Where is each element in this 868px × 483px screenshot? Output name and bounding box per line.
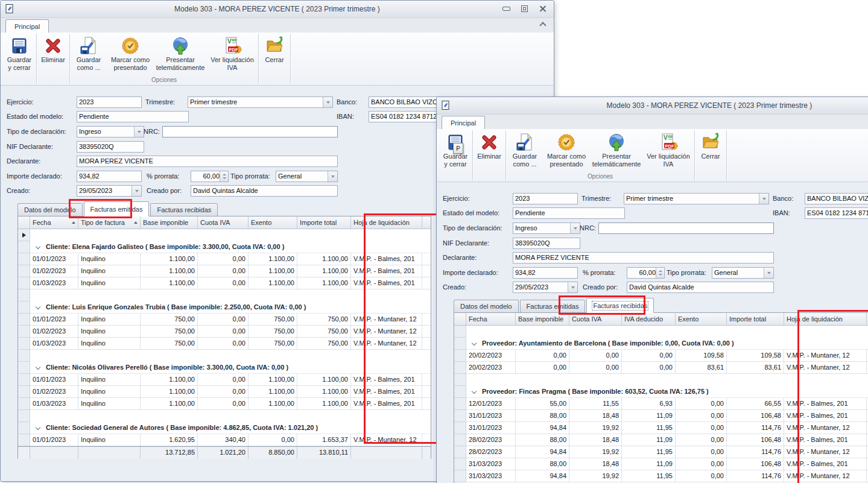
invoice-row[interactable]: 01/02/2023Inquilino1.100,000,001.100,001… [18,386,431,398]
tipo-prorrata-select[interactable]: General [712,267,774,279]
group-row[interactable]: Proveedor: Fincas Pragma ( Base imponibl… [454,386,868,398]
group-row[interactable]: Cliente: Luis Enrique Gonzales Trubia ( … [18,301,431,314]
column-header-hoja-de-liquidaci-n[interactable]: Hoja de liquidación [351,216,422,229]
invoice-row[interactable]: 20/02/20230,000,000,0083,6183,61V.M.P. -… [454,362,868,374]
tab-facturas-emitidas[interactable]: Facturas emitidas [520,300,586,313]
invoice-row[interactable]: 28/02/202394,8419,9211,950,00114,76V.M.P… [454,446,868,458]
mark-presented-button[interactable]: Marcar como presentado [107,33,154,77]
prorrata-spinner[interactable]: 60,00 [191,171,229,182]
group-collapse-icon[interactable] [36,305,41,309]
nif-field[interactable]: 38395020Q [77,141,144,153]
invoice-row[interactable]: 01/03/2023Inquilino1.100,000,001.100,001… [18,398,431,410]
iban-field[interactable]: ES04 0182 1234 8712 [805,207,868,219]
invoice-row[interactable]: 20/02/20230,000,000,00109,58109,58V.M.P.… [454,350,868,362]
column-header-iva-deducido[interactable]: IVA deducido [622,313,676,325]
column-header-exento[interactable]: Exento [676,313,727,325]
tipo-declaracion-select[interactable]: Ingreso [77,126,144,137]
view-iva-button[interactable]: Ver liquidación IVA [207,33,258,77]
invoice-row[interactable]: 31/03/202394,8419,9211,950,00114,76V.M.P… [454,470,868,482]
estado-field[interactable]: Pendiente [513,207,625,219]
declarante-field[interactable]: MORA PEREZ VICENTE [77,156,338,167]
invoice-row[interactable]: 01/01/2023Inquilino750,000,00750,00750,0… [18,314,431,326]
spinner-icon[interactable] [220,171,228,182]
estado-field[interactable]: Pendiente [77,111,189,122]
tipo-declaracion-select[interactable]: Ingreso [513,223,580,234]
ribbon-tab-principal[interactable]: Principal [5,19,49,33]
tab-facturas-emitidas[interactable]: Facturas emitidas [84,201,150,216]
present-online-button[interactable]: Presentar telemáticamente [590,129,643,173]
prorrata-spinner[interactable]: 60,00 [627,267,665,279]
tab-facturas-recibidas[interactable]: Facturas recibidas [150,203,218,216]
declarante-field[interactable]: MORA PEREZ VICENTE [513,252,774,264]
invoice-row[interactable]: 01/03/2023Inquilino750,000,00750,00750,0… [18,338,431,350]
view-iva-button[interactable]: Ver liquidación IVA [643,129,694,173]
delete-button[interactable]: Eliminar [474,129,505,173]
invoice-row[interactable]: 31/01/202394,8419,9211,950,00114,76V.M.P… [454,422,868,434]
invoice-row[interactable]: 01/01/2023Inquilino1.100,000,001.100,001… [18,374,431,386]
creado-datepicker[interactable]: 29/05/2023 [77,185,142,197]
delete-button[interactable]: Eliminar [37,33,69,77]
title-bar[interactable]: Modelo 303 - MORA PEREZ VICENTE ( 2023 P… [437,97,868,115]
tab-facturas-recibidas[interactable]: Facturas recibidas [586,298,654,313]
dropdown-icon[interactable] [134,127,144,137]
column-header-hoja-de-liquidaci-n[interactable]: Hoja de liquidación [784,313,867,325]
restore-button[interactable] [520,4,528,13]
column-header-exento[interactable]: Exento [249,216,297,229]
column-header-fecha[interactable]: Fecha [466,313,516,325]
trimestre-select[interactable]: Primer trimestre [188,96,333,108]
collapse-ribbon-button[interactable] [540,23,545,28]
invoice-row[interactable]: 01/02/2023Inquilino750,000,00750,00750,0… [18,326,431,338]
column-header-cuota-iva[interactable]: Cuota IVA [198,216,249,229]
group-collapse-icon[interactable] [472,341,477,346]
invoice-row[interactable]: 28/02/202388,0018,4811,090,00106,48V.M.P… [454,434,868,446]
invoice-row[interactable]: 31/01/202388,0018,4811,090,00106,48V.M.P… [454,410,868,422]
column-header-importe-total[interactable]: Importe total [727,313,784,325]
column-header-base-imponible[interactable]: Base imponible [141,216,198,229]
column-header-cuota-iva[interactable]: Cuota IVA [569,313,622,325]
nif-field[interactable]: 38395020Q [513,238,580,249]
close-form-button[interactable]: Cerrar [695,129,726,173]
group-row[interactable]: Proveedor: Ayuntamiento de Barcelona ( B… [454,338,868,350]
group-collapse-icon[interactable] [36,425,41,430]
group-collapse-icon[interactable] [36,365,41,370]
group-row[interactable]: Cliente: Nicolás Olivares Perelló ( Base… [18,362,431,374]
column-header-base-imponible[interactable]: Base imponible [516,313,569,325]
invoice-row[interactable]: 01/03/2023Inquilino1.100,000,001.100,001… [18,277,431,289]
minimize-button[interactable] [502,4,510,13]
save-as-button[interactable]: Guardar como ... [507,129,543,173]
dropdown-icon[interactable] [759,194,768,204]
ribbon-tab-principal[interactable]: Principal [442,116,485,129]
dropdown-icon[interactable] [764,268,773,278]
save-as-button[interactable]: Guardar como ... [71,33,107,77]
mark-presented-button[interactable]: Marcar como presentado [543,129,590,173]
invoice-row[interactable]: 31/03/202388,0018,4811,090,00106,48V.M.P… [454,458,868,470]
close-form-button[interactable]: Cerrar [259,33,290,77]
banco-field[interactable]: BANCO BILBAO VIZCAY [805,193,868,204]
present-online-button[interactable]: Presentar telemáticamente [154,33,207,77]
close-button[interactable] [538,4,546,13]
group-row[interactable]: Cliente: Elena Fajardo Galisteo ( Base i… [18,241,431,253]
tab-datos-del-modelo[interactable]: Datos del modelo [454,300,519,313]
importe-field[interactable]: 934,82 [513,267,578,279]
importe-field[interactable]: 934,82 [77,171,142,182]
ejercicio-field[interactable]: 2023 [513,193,578,204]
dropdown-icon[interactable] [131,186,141,196]
invoice-row[interactable]: 01/01/2023Inquilino1.100,000,001.100,001… [18,253,431,265]
trimestre-select[interactable]: Primer trimestre [624,193,769,204]
group-collapse-icon[interactable] [472,389,477,394]
column-header-tipo-de-factura[interactable]: Tipo de factura [78,216,141,229]
invoice-row[interactable]: 01/01/2023Inquilino1.620,95340,400,001.6… [18,434,431,446]
dropdown-icon[interactable] [323,97,332,107]
dropdown-icon[interactable] [568,282,577,292]
invoice-row[interactable]: 12/01/202355,0011,556,930,0066,55V.M.P. … [454,398,868,410]
column-header-importe-total[interactable]: Importe total [297,216,351,229]
creado-por-field[interactable]: David Quintas Alcalde [191,185,338,197]
column-header-fecha[interactable]: Fecha [30,216,78,229]
tipo-prorrata-select[interactable]: General [276,171,338,182]
spinner-icon[interactable] [656,268,664,278]
save-and-close-button[interactable]: Guardar y cerrar [3,33,36,77]
dropdown-icon[interactable] [570,223,580,233]
title-bar[interactable]: Modelo 303 - MORA PEREZ VICENTE ( 2023 P… [1,1,554,18]
group-collapse-icon[interactable] [36,244,41,249]
tab-datos-del-modelo[interactable]: Datos del modelo [17,203,83,216]
